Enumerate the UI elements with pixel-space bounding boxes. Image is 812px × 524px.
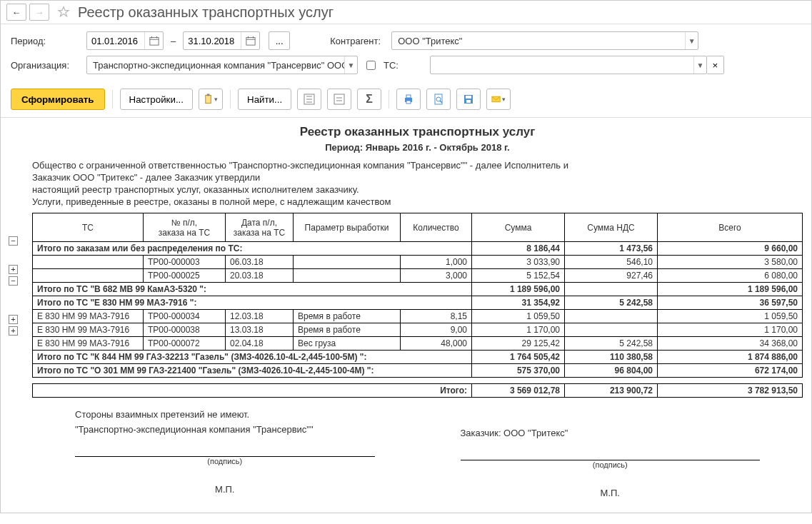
col-total: Всего [658, 213, 803, 242]
period-from-input[interactable] [87, 32, 144, 49]
dropdown-icon[interactable]: ▼ [344, 56, 357, 74]
tree-toggle[interactable]: − [9, 236, 18, 246]
cell: 1 874 886,00 [658, 351, 803, 364]
period-select-button[interactable]: ... [269, 31, 290, 50]
cell: Е 830 НМ 99 МАЗ-7916 [33, 323, 144, 337]
sign-label: (подпись) [432, 460, 789, 469]
calendar-icon[interactable] [241, 32, 259, 49]
cell: 1 473,56 [565, 242, 658, 256]
table-row: ТР00-00002520.03.183,0005 152,54927,466 … [33, 269, 803, 283]
ts-label: ТС: [384, 60, 399, 71]
report-title: Реестр оказанных транспортных услуг [32, 125, 803, 139]
cell: 12.03.18 [226, 310, 294, 323]
settings-button[interactable]: Настройки... [120, 89, 193, 110]
cell: 575 370,00 [472, 364, 565, 378]
cell: ТР00-000025 [144, 269, 226, 283]
col-order-no: № п/л, заказа на ТС [144, 213, 226, 242]
cell: 8,15 [401, 310, 472, 323]
period-to-field[interactable] [183, 31, 260, 50]
col-param: Параметр выработки [294, 213, 401, 242]
table-row: Е 830 НМ 99 МАЗ-7916ТР00-00007202.04.18В… [33, 337, 803, 351]
table-row: ТР00-00000306.03.181,0003 033,90546,103 … [33, 256, 803, 269]
nav-forward-button[interactable]: → [29, 4, 49, 21]
print-button[interactable] [396, 89, 421, 110]
svg-rect-0 [149, 38, 158, 46]
claims-text: Стороны взаимных претензий не имеют. [75, 409, 404, 420]
table-row: Е 830 НМ 99 МАЗ-7916ТР00-00003412.03.18В… [33, 310, 803, 323]
cell: 36 597,50 [658, 296, 803, 310]
report-table: ТС № п/л, заказа на ТС Дата п/л, заказа … [32, 213, 803, 378]
report-para: Общество с ограниченной ответственностью… [32, 160, 803, 171]
organization-select[interactable]: Транспортно-экспедиционная компания "Тра… [86, 56, 358, 74]
grand-total-vat: 213 900,72 [565, 384, 658, 398]
tree-gutter: − + − + + [1, 122, 28, 336]
report-para: Заказчик ООО "Тритекс" - далее Заказчик … [32, 172, 803, 183]
svg-rect-25 [466, 100, 471, 103]
cell: Итого по заказам или без распределения п… [33, 242, 472, 256]
cell: ТР00-000038 [144, 323, 226, 337]
svg-rect-14 [334, 94, 344, 104]
save-button[interactable] [456, 89, 481, 110]
email-button[interactable]: ▾ [486, 89, 511, 110]
calendar-icon[interactable] [144, 32, 163, 49]
preview-button[interactable] [426, 89, 451, 110]
dropdown-icon[interactable]: ▼ [693, 56, 706, 74]
cell: 06.03.18 [226, 256, 294, 269]
tree-toggle[interactable]: + [9, 265, 18, 274]
report-body: Реестр оказанных транспортных услуг Пери… [32, 125, 803, 498]
cell: Время в работе [294, 310, 401, 323]
cell: 672 174,00 [658, 364, 803, 378]
cell [565, 310, 658, 323]
table-row: Итого по заказам или без распределения п… [33, 242, 803, 256]
cell: ТР00-000003 [144, 256, 226, 269]
svg-rect-19 [406, 101, 411, 104]
mp-label: М.П. [432, 488, 789, 498]
cell: 9,00 [401, 323, 472, 337]
cell: Е 830 НМ 99 МАЗ-7916 [33, 310, 144, 323]
tree-toggle[interactable]: − [9, 276, 18, 286]
col-sum: Сумма [472, 213, 565, 242]
cell: 927,46 [565, 269, 658, 283]
sum-button[interactable]: Σ [357, 89, 381, 110]
cell: 29 125,42 [472, 337, 565, 351]
cell: Вес груза [294, 337, 401, 351]
cell: 3 033,90 [472, 256, 565, 269]
tree-toggle[interactable]: + [9, 326, 18, 336]
tree-toggle[interactable]: + [9, 315, 18, 324]
generate-button[interactable]: Сформировать [11, 89, 105, 110]
ts-select[interactable]: ▼ [430, 56, 707, 74]
cell: 1 059,50 [472, 310, 565, 323]
cell: 6 080,00 [658, 269, 803, 283]
table-row: Е 830 НМ 99 МАЗ-7916ТР00-00003813.03.18В… [33, 323, 803, 337]
cell: 8 186,44 [472, 242, 565, 256]
nav-back-button[interactable]: ← [6, 4, 26, 21]
cell: 1 059,50 [658, 310, 803, 323]
cell: 1 170,00 [658, 323, 803, 337]
customer-text: Заказчик: ООО "Тритекс" [461, 428, 789, 438]
contragent-label: Контрагент: [330, 36, 387, 46]
cell: Е 830 НМ 99 МАЗ-7916 [33, 337, 144, 351]
paste-button[interactable]: ▾ [199, 89, 223, 110]
cell: 5 242,58 [565, 296, 658, 310]
cell: 31 354,92 [472, 296, 565, 310]
period-to-input[interactable] [184, 32, 241, 49]
report-para: настоящий реестр транспортных услуг, ока… [32, 184, 803, 195]
table-row: Итого по ТС "О 301 ММ 99 ГАЗ-221400 "Газ… [33, 364, 803, 378]
dropdown-icon[interactable]: ▼ [685, 32, 698, 49]
contragent-select[interactable]: ООО "Тритекс" ▼ [391, 31, 698, 50]
expand-groups-button[interactable] [297, 89, 321, 110]
collapse-groups-button[interactable] [327, 89, 351, 110]
find-button[interactable]: Найти... [238, 89, 291, 110]
ts-clear-button[interactable]: × [707, 56, 724, 74]
cell: 1 189 596,00 [472, 283, 565, 296]
cell: 13.03.18 [226, 323, 294, 337]
favorite-star-icon[interactable] [56, 5, 71, 19]
page-title: Реестр оказанных транспортных услуг [78, 4, 334, 21]
cell: 1,000 [401, 256, 472, 269]
period-from-field[interactable] [86, 31, 164, 50]
cell: Итого по ТС "Е 830 НМ 99 МАЗ-7916 ": [33, 296, 472, 310]
cell [565, 283, 658, 296]
cell: 02.04.18 [226, 337, 294, 351]
cell: Время в работе [294, 323, 401, 337]
ts-checkbox[interactable] [366, 61, 376, 70]
